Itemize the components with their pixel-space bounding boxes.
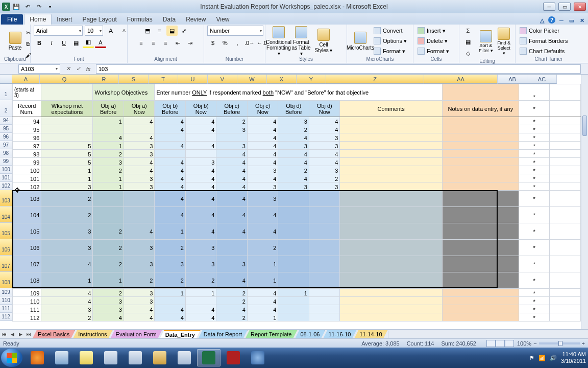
minimize-ribbon-icon[interactable]: △: [538, 16, 546, 25]
cell[interactable]: 4: [247, 305, 278, 313]
align-right-icon[interactable]: ≡: [160, 38, 172, 48]
cell[interactable]: [442, 272, 519, 289]
cell[interactable]: 4: [278, 174, 309, 182]
cell[interactable]: *: [519, 101, 550, 117]
cell[interactable]: 2: [41, 207, 93, 223]
cell[interactable]: [93, 125, 124, 133]
cell[interactable]: [309, 313, 340, 321]
cell[interactable]: 4: [216, 158, 248, 166]
zoom-in-icon[interactable]: +: [582, 340, 585, 347]
cell[interactable]: [550, 256, 581, 272]
tab-page-layout[interactable]: Page Layout: [77, 14, 121, 25]
row-header-105[interactable]: 105: [0, 223, 12, 239]
row-header-2[interactable]: 2: [0, 100, 12, 117]
cell[interactable]: [550, 305, 581, 313]
cell[interactable]: [340, 305, 442, 313]
cell[interactable]: 1: [155, 289, 186, 297]
cell[interactable]: 4: [185, 305, 216, 313]
cell[interactable]: 101: [13, 174, 41, 182]
cell[interactable]: 2: [216, 313, 248, 321]
cell[interactable]: 2: [216, 289, 248, 297]
cell[interactable]: 4: [309, 150, 340, 158]
cell[interactable]: [340, 166, 442, 174]
row-header-110[interactable]: 110: [0, 296, 12, 305]
cell[interactable]: 2: [93, 166, 124, 174]
cell[interactable]: [340, 207, 442, 223]
cell[interactable]: 3: [41, 223, 93, 240]
column-header-A[interactable]: A: [12, 75, 40, 84]
flash-task-button[interactable]: [222, 349, 245, 366]
cell[interactable]: [442, 84, 519, 101]
cut-icon[interactable]: ✂: [22, 28, 34, 38]
cell[interactable]: 3: [309, 133, 340, 142]
cell[interactable]: 5: [41, 158, 93, 166]
cell[interactable]: [309, 191, 340, 207]
cell[interactable]: 1: [155, 223, 186, 240]
cell[interactable]: [340, 272, 442, 289]
cell[interactable]: [278, 191, 309, 207]
cell[interactable]: 4: [155, 305, 186, 313]
convert-button[interactable]: Convert: [373, 26, 408, 35]
align-center-icon[interactable]: ≡: [148, 38, 159, 48]
cell[interactable]: 2: [93, 240, 124, 256]
minimize-button[interactable]: ─: [543, 3, 555, 11]
row-header-96[interactable]: 96: [0, 133, 12, 141]
cell[interactable]: 4: [185, 207, 216, 223]
cell[interactable]: [185, 133, 216, 142]
cell[interactable]: Obj d) Now: [309, 101, 340, 117]
align-left-icon[interactable]: ≡: [136, 38, 147, 48]
cell[interactable]: [442, 125, 519, 133]
cell[interactable]: 4: [124, 305, 155, 313]
column-header-AB[interactable]: AB: [498, 75, 527, 84]
cell[interactable]: 4: [247, 289, 278, 297]
percent-icon[interactable]: %: [219, 38, 231, 48]
cell[interactable]: [340, 289, 442, 297]
cell[interactable]: 4: [124, 313, 155, 321]
cell[interactable]: 1: [93, 117, 124, 125]
cell[interactable]: 95: [13, 125, 41, 133]
tab-view[interactable]: View: [211, 14, 235, 25]
cell[interactable]: 2: [124, 272, 155, 289]
cell[interactable]: [155, 133, 186, 142]
cell[interactable]: 4: [155, 191, 186, 207]
cell[interactable]: *: [519, 182, 550, 191]
row-header-103[interactable]: 103: [0, 190, 12, 206]
cell[interactable]: [340, 125, 442, 133]
cell[interactable]: [216, 133, 248, 142]
cell[interactable]: [442, 223, 519, 240]
cell[interactable]: Obj c) Now: [247, 101, 278, 117]
cell[interactable]: [309, 207, 340, 223]
cell[interactable]: 2: [93, 256, 124, 272]
column-header-AC[interactable]: AC: [527, 75, 557, 84]
cell[interactable]: [124, 125, 155, 133]
cell[interactable]: 4: [216, 191, 248, 207]
row-header-98[interactable]: 98: [0, 149, 12, 157]
cell[interactable]: 4: [124, 166, 155, 174]
cell[interactable]: *: [519, 305, 550, 313]
cell[interactable]: 4: [41, 297, 93, 305]
redo-icon[interactable]: ↷: [34, 2, 44, 11]
cell[interactable]: 4: [247, 158, 278, 166]
cell[interactable]: 1: [93, 272, 124, 289]
cell[interactable]: [550, 125, 581, 133]
cell[interactable]: [340, 191, 442, 207]
row-header-102[interactable]: 102: [0, 182, 12, 190]
font-color-icon[interactable]: A: [95, 38, 106, 48]
cell[interactable]: 4: [247, 117, 278, 125]
cell-area[interactable]: (starts at 3)Workshop ObjectivesEnter nu…: [12, 84, 581, 329]
row-header-1[interactable]: 1: [0, 84, 12, 100]
cell[interactable]: Workshop Objectives: [93, 84, 155, 101]
cell[interactable]: [442, 191, 519, 207]
cell[interactable]: [442, 305, 519, 313]
cell[interactable]: [550, 84, 581, 101]
column-header-T[interactable]: T: [149, 75, 178, 84]
cell[interactable]: Obj d) Before: [278, 101, 309, 117]
horizontal-scrollbar[interactable]: [388, 331, 588, 338]
cell[interactable]: 2: [155, 272, 186, 289]
cell[interactable]: [550, 182, 581, 191]
currency-icon[interactable]: $: [207, 38, 218, 48]
column-header-Z[interactable]: Z: [326, 75, 424, 84]
cell[interactable]: 4: [185, 191, 216, 207]
fx-icon[interactable]: fx: [84, 64, 93, 74]
tray-clock[interactable]: 11:40 AM 3/10/2011: [561, 351, 586, 364]
